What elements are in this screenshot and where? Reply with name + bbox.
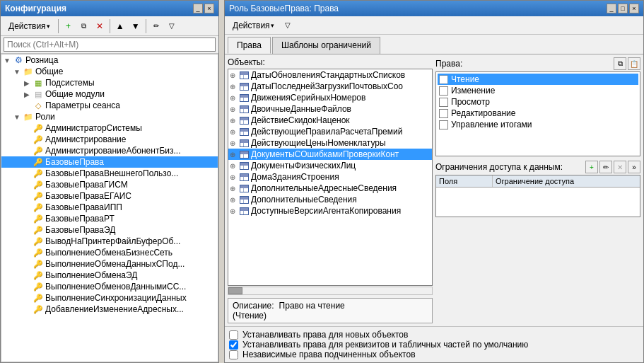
obj-expand-2[interactable]: ⊕ — [230, 94, 240, 102]
object-item-7[interactable]: ⊕ ДокументыСОшибкамиПроверкиКонт — [228, 149, 432, 160]
edit-btn[interactable]: ✏ — [149, 19, 163, 33]
restrictions-table: Поля Ограничение доступа — [435, 175, 640, 217]
bottom-checkbox-new_objects[interactable] — [229, 330, 238, 340]
obj-expand-9[interactable]: ⊕ — [230, 173, 240, 181]
tree-item-vip_obmen_ed[interactable]: 🔑 ВыполнениеОбменаЭД — [1, 270, 218, 281]
tree-label-vip_sync: ВыполнениеСинхронизацииДанных — [45, 293, 187, 303]
object-item-8[interactable]: ⊕ ДокументыФизическихЛиц — [228, 160, 432, 171]
rights-copy-btn[interactable]: ⧉ — [614, 57, 626, 70]
tree-item-obschie_moduli[interactable]: ▶ ▤ Общие модули — [1, 88, 218, 100]
obj-expand-8[interactable]: ⊕ — [230, 162, 240, 170]
tree-item-vip_obmen_dann[interactable]: 🔑 ВыполнениеОбменаДанныхСПод... — [1, 258, 218, 270]
right-checkbox-upravlenie[interactable] — [439, 120, 448, 129]
right-item-upravlenie[interactable]: Управление итогами — [438, 119, 638, 130]
tree-item-bazovye_rt[interactable]: 🔑 БазовыеПраваРТ — [1, 213, 218, 224]
description-area: Описание: Право на чтение(Чтение) — [228, 298, 433, 323]
bottom-checkbox-nezavisimye[interactable] — [229, 350, 238, 359]
restr-edit-btn[interactable]: ✏ — [599, 161, 612, 173]
horizontal-scrollbar[interactable] — [228, 287, 433, 295]
objects-list[interactable]: ⊕ ДатыОбновленияСтандартныхСписков ⊕ Дат… — [228, 69, 433, 286]
right-maximize-btn[interactable]: □ — [618, 4, 628, 13]
object-item-3[interactable]: ⊕ ДвоичныеДанныеФайлов — [228, 103, 432, 115]
object-item-11[interactable]: ⊕ ДополнительныеСведения — [228, 194, 432, 205]
right-item-izmenenie[interactable]: Изменение — [438, 85, 638, 96]
up-btn[interactable]: ▲ — [113, 19, 127, 33]
search-input[interactable] — [4, 38, 216, 52]
right-minimize-btn[interactable]: _ — [607, 4, 616, 13]
vertical-splitter[interactable] — [219, 0, 221, 363]
obj-expand-12[interactable]: ⊕ — [230, 207, 240, 215]
obj-expand-11[interactable]: ⊕ — [230, 196, 240, 204]
tree-item-admin_sistemy[interactable]: 🔑 АдминистраторСистемы — [1, 122, 218, 134]
right-actions-btn[interactable]: Действия ▾ — [228, 18, 279, 33]
down-btn[interactable]: ▼ — [129, 19, 143, 33]
tree-item-administrovanie[interactable]: 🔑 Администрирование — [1, 134, 218, 145]
tree-item-bazovye_prava[interactable]: 🔑 БазовыеПрава — [1, 156, 218, 168]
obj-expand-1[interactable]: ⊕ — [230, 83, 240, 91]
obj-expand-3[interactable]: ⊕ — [230, 105, 240, 113]
object-item-1[interactable]: ⊕ ДатыПоследнейЗагрузкиПочтовыхСоо — [228, 81, 432, 92]
right-item-chtenie[interactable]: Чтение — [438, 74, 638, 85]
copy-btn[interactable]: ⧉ — [77, 19, 91, 33]
tree-item-vip_obmen_biz[interactable]: 🔑 ВыполнениеОбменаБизнесСеть — [1, 247, 218, 258]
object-item-0[interactable]: ⊕ ДатыОбновленияСтандартныхСписков — [228, 69, 432, 81]
obj-expand-5[interactable]: ⊕ — [230, 128, 240, 136]
left-actions-btn[interactable]: Действия ▾ — [4, 19, 55, 33]
right-item-redaktirovanie[interactable]: Редактирование — [438, 108, 638, 119]
right-item-prosmotr[interactable]: Просмотр — [438, 96, 638, 108]
tree-item-vip_sync[interactable]: 🔑 ВыполнениеСинхронизацииДанных — [1, 292, 218, 304]
obj-expand-0[interactable]: ⊕ — [230, 71, 240, 79]
tree-expand-roznitsa[interactable]: ▼ — [1, 57, 13, 64]
tree-expand-obschie_moduli[interactable]: ▶ — [21, 91, 33, 98]
left-close-btn[interactable]: × — [204, 4, 214, 13]
tree-expand-obschie[interactable]: ▼ — [11, 68, 23, 76]
tree-icon-roznitsa: ⚙ — [13, 55, 24, 65]
tree-item-bazovye_egais[interactable]: 🔑 БазовыеПраваЕГАИС — [1, 190, 218, 202]
tree-item-obschie[interactable]: ▼ 📁 Общие — [1, 66, 218, 77]
object-item-5[interactable]: ⊕ ДействующиеПравилаРасчетаПремий — [228, 126, 432, 137]
tab-shablony[interactable]: Шаблоны ограничений — [272, 37, 380, 54]
obj-expand-7[interactable]: ⊕ — [230, 151, 240, 159]
right-checkbox-redaktirovanie[interactable] — [439, 109, 448, 118]
delete-btn[interactable]: ✕ — [93, 19, 107, 33]
tree-item-bazovye_ipp[interactable]: 🔑 БазовыеПраваИПП — [1, 202, 218, 213]
tree-expand-podsistemy[interactable]: ▶ — [21, 79, 33, 87]
right-filter-btn[interactable]: ▽ — [281, 18, 295, 33]
left-minimize-btn[interactable]: _ — [193, 4, 203, 13]
tree-container[interactable]: ▼ ⚙ Розница ▼ 📁 Общие ▶ ▦ Подсистемы ▶ ▤… — [1, 54, 218, 362]
tree-item-admin_ab[interactable]: 🔑 АдминистрированиеАбонентБиз... — [1, 145, 218, 156]
tree-item-podsistemy[interactable]: ▶ ▦ Подсистемы — [1, 77, 218, 88]
right-checkbox-izmenenie[interactable] — [439, 86, 448, 96]
object-item-6[interactable]: ⊕ ДействующиеЦеныНоменклатуры — [228, 137, 432, 149]
right-checkbox-chtenie[interactable] — [439, 75, 448, 84]
tree-item-roznitsa[interactable]: ▼ ⚙ Розница — [1, 54, 218, 66]
obj-expand-4[interactable]: ⊕ — [230, 117, 240, 125]
obj-expand-6[interactable]: ⊕ — [230, 139, 240, 147]
object-item-10[interactable]: ⊕ ДополнительныеАдресныеСведения — [228, 183, 432, 194]
restr-more-btn[interactable]: » — [628, 161, 640, 173]
tree-item-bazovye_ed[interactable]: 🔑 БазовыеПраваЭД — [1, 224, 218, 236]
filter-btn[interactable]: ▽ — [165, 19, 179, 33]
object-item-9[interactable]: ⊕ ДомаЗданияСтроения — [228, 171, 432, 183]
right-close-btn[interactable]: × — [629, 4, 639, 13]
restr-add-btn[interactable]: + — [585, 161, 598, 173]
tree-item-roli[interactable]: ▼ 📁 Роли — [1, 111, 218, 122]
object-item-2[interactable]: ⊕ ДвиженияСерийныхНомеров — [228, 92, 432, 103]
restr-delete-btn[interactable]: ✕ — [614, 161, 626, 173]
tree-item-bazovye_vnesh[interactable]: 🔑 БазовыеПраваВнешнегоПользо... — [1, 168, 218, 179]
bottom-checkbox-rekvizity[interactable] — [229, 340, 238, 350]
obj-expand-10[interactable]: ⊕ — [230, 185, 240, 192]
object-item-4[interactable]: ⊕ ДействиеСкидокНаценок — [228, 115, 432, 126]
add-btn[interactable]: + — [62, 19, 76, 33]
object-item-12[interactable]: ⊕ ДоступныеВерсииАгентаКопирования — [228, 205, 432, 217]
tree-expand-roli[interactable]: ▼ — [11, 113, 23, 121]
tree-item-parametry[interactable]: ◇ Параметры сеанса — [1, 100, 218, 111]
tab-prava[interactable]: Права — [228, 37, 271, 54]
tree-item-vyvod_na_printer[interactable]: 🔑 ВыводНаПринтерФайлБуферОб... — [1, 236, 218, 247]
obj-icon-11 — [240, 196, 251, 204]
rights-paste-btn[interactable]: 📋 — [628, 57, 640, 70]
tree-item-vip_obmen_dann2[interactable]: 🔑 ВыполнениеОбменовДаннымиСС... — [1, 281, 218, 292]
tree-item-bazovye_gism[interactable]: 🔑 БазовыеПраваГИСМ — [1, 179, 218, 190]
tree-item-dobav_adres[interactable]: 🔑 ДобавлениеИзменениеАдресных... — [1, 304, 218, 315]
right-checkbox-prosmotr[interactable] — [439, 98, 448, 107]
